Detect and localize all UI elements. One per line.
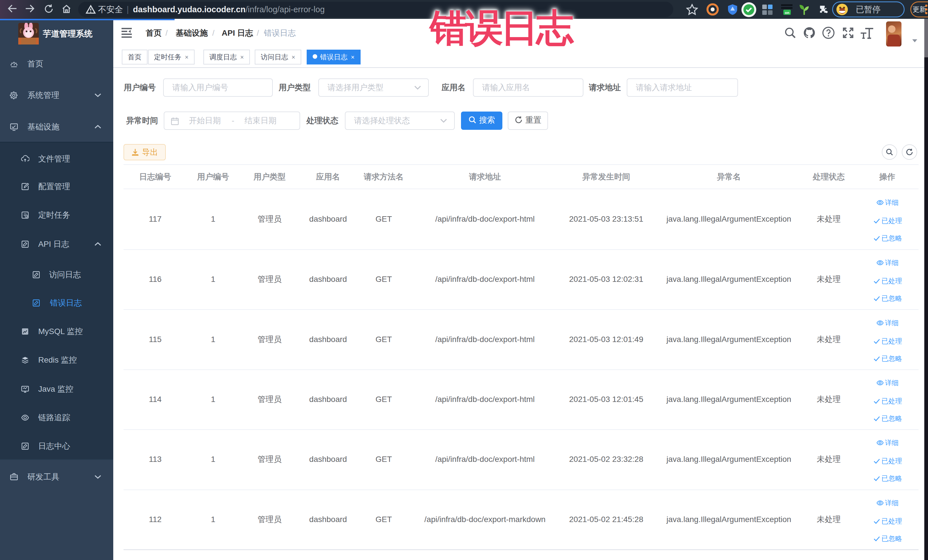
svg-text:on: on: [785, 11, 789, 15]
